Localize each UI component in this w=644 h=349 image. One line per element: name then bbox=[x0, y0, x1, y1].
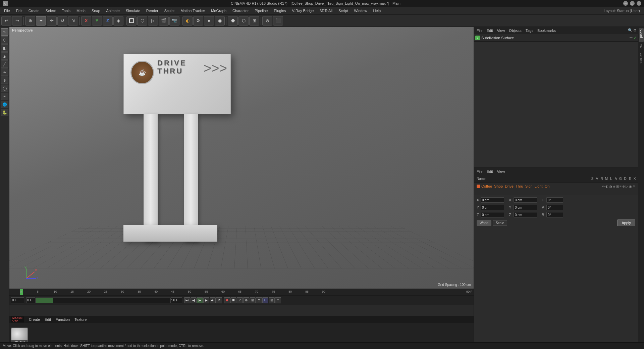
tool-polygon[interactable]: ⬡ bbox=[1, 36, 8, 44]
rt-menu-bookmarks[interactable]: Bookmarks bbox=[536, 28, 557, 33]
start-frame-input[interactable] bbox=[26, 297, 36, 303]
rb-menu-file[interactable]: File bbox=[475, 169, 484, 174]
y-position-input[interactable] bbox=[481, 205, 504, 210]
help-button[interactable]: ? bbox=[237, 297, 243, 303]
rt-search-icon[interactable]: 🔍 bbox=[628, 28, 633, 33]
loop-button[interactable]: ↺ bbox=[216, 297, 222, 303]
h-input[interactable] bbox=[546, 197, 563, 203]
go-end-button[interactable]: ⏭ bbox=[210, 297, 216, 303]
step-forward-button[interactable]: ▶ bbox=[203, 297, 209, 303]
auto-keyframe-button[interactable]: ⏹ bbox=[230, 297, 236, 303]
dope-button[interactable]: ⊞ bbox=[269, 297, 275, 303]
fcurve-button[interactable]: ⊙ bbox=[256, 297, 262, 303]
menu-sculpt[interactable]: Sculpt bbox=[162, 8, 177, 13]
z-position-input[interactable] bbox=[481, 212, 504, 217]
menu-motion-tracker[interactable]: Motion Tracker bbox=[178, 8, 208, 13]
menu-snap[interactable]: Snap bbox=[89, 8, 103, 13]
obj-edit-icon-4[interactable]: ◈ bbox=[613, 185, 615, 188]
undo-button[interactable]: ↩ bbox=[1, 16, 11, 26]
p-input[interactable] bbox=[546, 205, 563, 210]
rt-menu-tags[interactable]: Tags bbox=[524, 28, 535, 33]
record-keyframe-button[interactable]: ⏺ bbox=[224, 297, 230, 303]
menu-create[interactable]: Create bbox=[26, 8, 42, 13]
apply-button[interactable]: Apply bbox=[617, 219, 635, 226]
menu-edit[interactable]: Edit bbox=[13, 8, 25, 13]
snap-toggle[interactable]: ⬟ bbox=[228, 16, 238, 26]
maximize-button[interactable]: □ bbox=[630, 1, 635, 6]
menu-window[interactable]: Window bbox=[351, 8, 370, 13]
play-button[interactable]: ▶ bbox=[197, 297, 203, 303]
tool-round[interactable]: ◯ bbox=[1, 85, 8, 92]
check-icon[interactable]: ✓ bbox=[634, 36, 637, 40]
edge-mode-button[interactable]: ⚙ bbox=[193, 16, 203, 26]
mat-menu-create[interactable]: Create bbox=[28, 317, 41, 322]
axis-mode-button[interactable]: ◈ bbox=[113, 16, 123, 26]
redo-button[interactable]: ↪ bbox=[12, 16, 22, 26]
record-button[interactable]: 🎬 bbox=[159, 16, 169, 26]
key-square-button[interactable]: ⊞ bbox=[250, 297, 256, 303]
point-mode-button[interactable]: ● bbox=[204, 16, 214, 26]
render-active-button[interactable]: ▷ bbox=[148, 16, 158, 26]
minimize-button[interactable]: ─ bbox=[623, 1, 628, 6]
menu-help[interactable]: Help bbox=[371, 8, 384, 13]
rb-menu-edit[interactable]: Edit bbox=[485, 169, 494, 174]
tool-python[interactable]: 🐍 bbox=[1, 109, 8, 116]
light-button[interactable]: ⊙ bbox=[262, 16, 272, 26]
current-frame-input[interactable] bbox=[11, 297, 24, 303]
menu-3dtoall[interactable]: 3DToAll bbox=[317, 8, 335, 13]
new-object-button[interactable]: ⊕ bbox=[25, 16, 35, 26]
viewport-3d[interactable]: Perspective ☕ DRIVE THRU >>> bbox=[9, 27, 474, 289]
obj-edit-icon-6[interactable]: ≡ bbox=[620, 185, 622, 188]
x-axis-button[interactable]: X bbox=[81, 16, 91, 26]
obj-row-name[interactable]: Coffee_Shop_Drive_Thru_Sign_Light_On bbox=[481, 184, 549, 188]
motion-button[interactable]: ⊕ bbox=[243, 297, 249, 303]
b-input[interactable] bbox=[546, 212, 563, 217]
table-row[interactable]: Coffee_Shop_Drive_Thru_Sign_Light_On ✏ ◐… bbox=[475, 183, 637, 189]
menu-script[interactable]: Script bbox=[336, 8, 351, 13]
mat-menu-edit[interactable]: Edit bbox=[43, 317, 52, 322]
close-button[interactable]: ✕ bbox=[637, 1, 641, 6]
menu-simulate[interactable]: Simulate bbox=[123, 8, 143, 13]
p-button[interactable]: P bbox=[262, 297, 268, 303]
tool-layers[interactable]: ≡ bbox=[1, 93, 8, 100]
rotate-tool-button[interactable]: ↺ bbox=[57, 16, 67, 26]
tool-bezier[interactable]: ∿ bbox=[1, 68, 8, 76]
z-rotation-input[interactable] bbox=[514, 212, 537, 217]
menu-select[interactable]: Select bbox=[43, 8, 59, 13]
menu-mesh[interactable]: Mesh bbox=[74, 8, 88, 13]
render-button[interactable]: 🔳 bbox=[126, 16, 137, 26]
poly-mode-button[interactable]: ◐ bbox=[182, 16, 193, 26]
select-tool-button[interactable]: ✦ bbox=[36, 16, 46, 26]
rt-menu-file[interactable]: File bbox=[475, 28, 484, 33]
obj-edit-icon-9[interactable]: ◉ bbox=[629, 185, 632, 188]
material-button[interactable]: ⬛ bbox=[273, 16, 283, 26]
tool-select[interactable]: ↖ bbox=[1, 28, 8, 36]
x-position-input[interactable] bbox=[481, 197, 504, 203]
scale-button[interactable]: Scale bbox=[493, 220, 507, 226]
menu-plugins[interactable]: Plugins bbox=[271, 8, 288, 13]
render-region-button[interactable]: ⬡ bbox=[137, 16, 147, 26]
tool-dollar[interactable]: $ bbox=[1, 77, 8, 84]
end-frame-input[interactable] bbox=[170, 297, 182, 303]
world-button[interactable]: World bbox=[477, 220, 491, 226]
obj-edit-icon-10[interactable]: ✕ bbox=[633, 185, 635, 188]
edit-icon[interactable]: ✏ bbox=[630, 36, 633, 40]
z-axis-button[interactable]: Z bbox=[103, 16, 113, 26]
tool-checker[interactable]: ◧ bbox=[1, 44, 8, 52]
move-tool-button[interactable]: ✛ bbox=[47, 16, 57, 26]
y-rotation-input[interactable] bbox=[514, 205, 537, 210]
menu-animate[interactable]: Animate bbox=[104, 8, 122, 13]
mat-menu-function[interactable]: Function bbox=[54, 317, 71, 322]
menu-render[interactable]: Render bbox=[144, 8, 161, 13]
rt-menu-edit[interactable]: Edit bbox=[485, 28, 494, 33]
timeline-scrub-area[interactable] bbox=[36, 297, 170, 303]
rt-menu-view[interactable]: View bbox=[496, 28, 506, 33]
menu-tools[interactable]: Tools bbox=[59, 8, 73, 13]
tool-triangle[interactable]: ◭ bbox=[1, 52, 8, 60]
obj-edit-icon-2[interactable]: ◐ bbox=[605, 185, 608, 188]
menu-character[interactable]: Character bbox=[230, 8, 251, 13]
scale-tool-button[interactable]: ⇲ bbox=[68, 16, 78, 26]
wire-toggle[interactable]: ⬡ bbox=[238, 16, 249, 26]
rt-menu-objects[interactable]: Objects bbox=[507, 28, 523, 33]
menu-vray[interactable]: V-Ray Bridge bbox=[289, 8, 317, 13]
